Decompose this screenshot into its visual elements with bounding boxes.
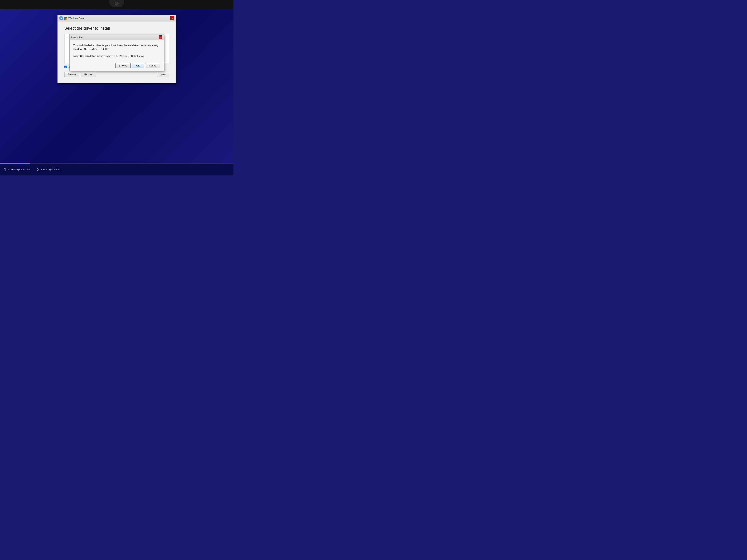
load-driver-content: To install the device driver for your dr… (70, 40, 164, 61)
setup-titlebar: ◀ Windows Setup ✕ (58, 15, 176, 22)
footer-right: Next (157, 72, 169, 77)
load-driver-cancel-button[interactable]: Cancel (146, 63, 160, 68)
load-driver-titlebar: Load driver ✕ (70, 34, 164, 40)
load-driver-dialog: Load driver ✕ To install the device driv… (70, 34, 164, 71)
load-driver-main-text: To install the device driver for your dr… (73, 44, 160, 51)
setup-footer: Browse Rescan Next (64, 72, 169, 79)
browse-button[interactable]: Browse (64, 72, 79, 77)
load-driver-title: Load driver (71, 36, 83, 39)
rescan-button[interactable]: Rescan (81, 72, 96, 77)
step-1-number: 1 (4, 167, 7, 172)
load-driver-note-text: Note: The installation media can be a CD… (73, 54, 160, 58)
load-driver-browse-button[interactable]: Browse (115, 63, 130, 68)
status-bar: 1 Collecting information 2 Installing Wi… (0, 164, 233, 175)
windows-flag-icon (64, 17, 67, 20)
back-button[interactable]: ◀ (59, 16, 63, 20)
next-button[interactable]: Next (157, 72, 169, 77)
titlebar-left: ◀ Windows Setup (59, 16, 85, 20)
step-1: 1 Collecting information (4, 167, 31, 172)
top-bar (0, 0, 233, 9)
dialog-title: Windows Setup (68, 17, 85, 20)
setup-close-button[interactable]: ✕ (170, 16, 174, 20)
step-2-label: Installing Windows (41, 168, 61, 171)
setup-heading: Select the driver to install (64, 26, 169, 31)
hide-drivers-checkbox[interactable] (64, 65, 67, 68)
load-driver-footer: Browse OK Cancel (70, 61, 164, 71)
step-1-label: Collecting information (8, 168, 31, 171)
load-driver-ok-button[interactable]: OK (132, 63, 144, 68)
webcam (109, 0, 124, 7)
status-steps: 1 Collecting information 2 Installing Wi… (0, 167, 65, 172)
step-2: 2 Installing Windows (37, 167, 61, 172)
step-2-number: 2 (37, 167, 40, 172)
webcam-lens (115, 2, 119, 5)
load-driver-close-button[interactable]: ✕ (159, 35, 162, 39)
